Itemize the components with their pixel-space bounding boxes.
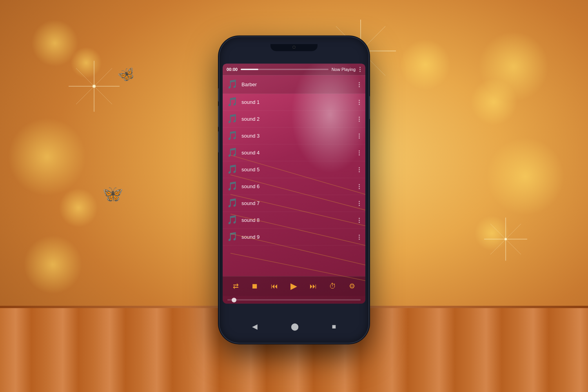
bokeh-7 <box>470 78 517 125</box>
dot <box>359 169 360 170</box>
menu-dots-2[interactable] <box>357 115 361 123</box>
menu-dots-7[interactable] <box>357 199 361 207</box>
dot <box>359 86 360 87</box>
music-icon-2: 🎵 <box>227 114 238 124</box>
bokeh-10 <box>400 39 451 90</box>
bokeh-4 <box>59 188 98 227</box>
dot <box>359 186 360 187</box>
dot <box>359 84 360 85</box>
song-name-2: sound 2 <box>241 116 353 122</box>
silent-button[interactable] <box>218 131 220 152</box>
bokeh-3 <box>8 118 86 196</box>
dot <box>359 167 360 168</box>
menu-dots-9[interactable] <box>357 233 361 241</box>
phone-camera <box>292 45 296 49</box>
control-bar: ⇄ ⏹ ⏮ ▶ ⏭ ⏱ ⚙ <box>223 276 365 296</box>
bokeh-8 <box>486 137 564 216</box>
dot <box>359 150 360 151</box>
home-button[interactable]: ⬤ <box>291 322 299 331</box>
screen-inner: 00:00 Now Playing 🎵 Barber <box>223 64 365 303</box>
song-item-5[interactable]: 🎵 sound 5 <box>223 161 365 178</box>
dot <box>359 135 360 136</box>
star-light-br <box>482 216 529 263</box>
progress-bar-top[interactable] <box>241 69 328 70</box>
dot-1 <box>359 67 361 68</box>
stop-button[interactable]: ⏹ <box>250 281 260 292</box>
prev-button[interactable]: ⏮ <box>269 281 279 292</box>
song-item-1[interactable]: 🎵 sound 1 <box>223 94 365 111</box>
repeat-button[interactable]: ⇄ <box>231 280 240 292</box>
song-item-7[interactable]: 🎵 sound 7 <box>223 195 365 212</box>
menu-dots-5[interactable] <box>357 165 361 174</box>
menu-dots-6[interactable] <box>357 182 361 191</box>
dot <box>359 152 360 153</box>
dot <box>359 154 360 155</box>
dot <box>359 100 360 101</box>
progress-track[interactable] <box>227 299 361 300</box>
barber-item[interactable]: 🎵 Barber <box>223 75 365 94</box>
menu-dots-8[interactable] <box>357 216 361 224</box>
song-item-8[interactable]: 🎵 sound 8 <box>223 212 365 229</box>
song-item-2[interactable]: 🎵 sound 2 <box>223 111 365 127</box>
power-button[interactable] <box>368 96 370 119</box>
timer-button[interactable]: ⏱ <box>328 281 338 292</box>
volume-down-button[interactable] <box>218 105 220 127</box>
dot <box>359 102 360 103</box>
dot-3 <box>359 71 361 72</box>
menu-dots-4[interactable] <box>357 149 361 157</box>
next-button[interactable]: ⏭ <box>308 281 318 292</box>
dot <box>359 184 360 185</box>
song-name-9: sound 9 <box>241 234 353 240</box>
song-name-8: sound 8 <box>241 217 353 223</box>
dot <box>359 188 360 189</box>
song-item-4[interactable]: 🎵 sound 4 <box>223 144 365 161</box>
dot <box>359 82 360 83</box>
phone-wrapper: 00:00 Now Playing 🎵 Barber <box>220 37 368 343</box>
music-icon-3: 🎵 <box>227 131 238 141</box>
song-item-3[interactable]: 🎵 sound 3 <box>223 127 365 144</box>
music-icon-9: 🎵 <box>227 232 238 242</box>
dot <box>359 203 360 204</box>
dot <box>359 137 360 138</box>
barber-menu[interactable] <box>357 80 361 89</box>
dot <box>359 171 360 172</box>
dot-2 <box>359 69 361 70</box>
song-name-6: sound 6 <box>241 183 353 189</box>
header-menu-dots[interactable] <box>359 66 361 73</box>
now-playing-label: Now Playing <box>332 67 356 72</box>
back-button[interactable]: ◀ <box>252 322 258 331</box>
volume-up-button[interactable] <box>218 88 220 102</box>
bokeh-5 <box>24 235 82 294</box>
dot <box>359 201 360 202</box>
svg-point-14 <box>505 238 507 240</box>
menu-dots-1[interactable] <box>357 98 361 106</box>
song-name-7: sound 7 <box>241 200 353 206</box>
barber-icon: 🎵 <box>227 79 238 89</box>
play-button[interactable]: ▶ <box>289 279 299 293</box>
dot <box>359 234 360 236</box>
timer-display: 00:00 <box>227 67 238 72</box>
dot <box>359 221 360 223</box>
song-name-1: sound 1 <box>241 99 353 105</box>
dot <box>359 116 360 118</box>
butterfly-bottom: 🦋 <box>100 183 124 205</box>
recent-button[interactable]: ■ <box>332 323 336 331</box>
settings-button[interactable]: ⚙ <box>347 280 357 292</box>
dot <box>359 218 360 219</box>
dot <box>359 118 360 120</box>
screen: 00:00 Now Playing 🎵 Barber <box>223 64 365 303</box>
star-light-left <box>67 59 122 114</box>
music-icon-5: 🎵 <box>227 164 238 174</box>
dot <box>359 238 360 240</box>
song-name-5: sound 5 <box>241 167 353 172</box>
song-item-9[interactable]: 🎵 sound 9 <box>223 229 365 245</box>
music-icon-1: 🎵 <box>227 97 238 107</box>
song-item-6[interactable]: 🎵 sound 6 <box>223 178 365 195</box>
progress-thumb[interactable] <box>232 298 236 302</box>
dot <box>359 236 360 238</box>
music-icon-8: 🎵 <box>227 215 238 225</box>
song-name-3: sound 3 <box>241 133 353 139</box>
phone: 00:00 Now Playing 🎵 Barber <box>220 37 368 343</box>
menu-dots-3[interactable] <box>357 132 361 140</box>
music-icon-4: 🎵 <box>227 147 238 158</box>
